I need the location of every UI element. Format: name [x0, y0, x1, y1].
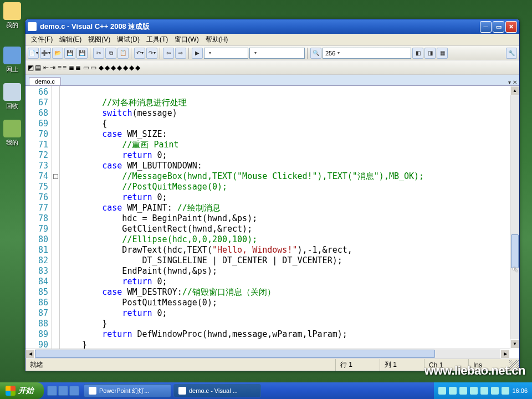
tray-icon[interactable]	[449, 387, 457, 395]
tray-icon[interactable]	[502, 387, 509, 395]
cut-button[interactable]: ✂	[93, 48, 104, 59]
ql-ie-icon[interactable]	[47, 386, 57, 396]
close-button[interactable]: ✕	[505, 21, 517, 33]
start-button[interactable]: 开始	[0, 382, 44, 399]
tab-close-icon[interactable]: ✕	[513, 79, 517, 85]
desktop-label: 我的	[6, 139, 18, 146]
step4-button[interactable]: ◆	[117, 64, 122, 71]
taskbar-powerpoint[interactable]: PowerPoint 幻灯...	[84, 384, 171, 397]
tray-icon[interactable]	[459, 387, 467, 395]
find-combo[interactable]: 256	[323, 48, 411, 59]
save-all-button[interactable]: 💾	[76, 48, 88, 59]
menu-edit[interactable]: 编辑(E)	[56, 34, 85, 45]
step1-button[interactable]: ◆	[99, 64, 104, 71]
fold-toggle-icon[interactable]: -	[53, 174, 58, 179]
menu-help[interactable]: 帮助(H)	[202, 34, 232, 45]
toolbar-text: ◩ ▤ ⇤ ⇥ ≡ ≡ ≣ ≣ ▭ ▭ ◆ ◆ ◆ ◆ ◆ ◆ ◆	[25, 60, 519, 75]
menu-window[interactable]: 窗口(W)	[171, 34, 202, 45]
step2-button[interactable]: ◆	[105, 64, 110, 71]
add-item-button[interactable]: ➕	[40, 48, 51, 59]
open-button[interactable]: 📂	[52, 48, 63, 59]
nav-fwd-button[interactable]: ⇨	[175, 48, 186, 59]
uncomment-button[interactable]: ≣	[75, 64, 81, 71]
desktop-label: 回收	[6, 103, 18, 109]
step6-button[interactable]: ◆	[129, 64, 134, 71]
find-button[interactable]: 🔍	[310, 48, 321, 59]
code-area[interactable]: //对各种消息进行处理 switch(message) { case WM_SI…	[60, 86, 519, 359]
menu-view[interactable]: 视图(V)	[85, 34, 114, 45]
maximize-button[interactable]: ▭	[493, 21, 504, 33]
tray-icon[interactable]	[470, 387, 478, 395]
taskbar: 开始 PowerPoint 幻灯... demo.c - Visual ... …	[0, 382, 532, 399]
platform-combo[interactable]	[249, 48, 305, 59]
status-ready: 就绪	[25, 359, 336, 371]
tray-icon[interactable]	[491, 387, 499, 395]
taskbar-demo[interactable]: demo.c - Visual ...	[173, 384, 261, 397]
copy-button[interactable]: ⧉	[105, 48, 116, 59]
toolbar-main: 📄 ➕ 📂 💾 💾 ✂ ⧉ 📋 ↶ ↷ ⇦ ⇨ ▶ 🔍 256 ◧ ◨ ▦ 🔧	[25, 46, 519, 60]
ext2-button[interactable]: ◨	[424, 48, 436, 59]
start-debug-button[interactable]: ▶	[192, 48, 203, 59]
menu-file[interactable]: 文件(F)	[28, 34, 56, 45]
tab-dropdown-icon[interactable]: ▾	[508, 79, 511, 85]
menu-debug[interactable]: 调试(D)	[114, 34, 143, 45]
object-button[interactable]: ◩	[28, 64, 34, 71]
scroll-up-icon[interactable]: ▲	[510, 86, 519, 95]
ql-app-icon[interactable]	[69, 386, 79, 396]
desktop-label: 网上	[6, 66, 18, 73]
status-col: 列 1	[380, 359, 424, 371]
outdent-button[interactable]: ≡	[58, 64, 62, 71]
menu-tools[interactable]: 工具(T)	[143, 34, 171, 45]
save-button[interactable]: 💾	[64, 48, 75, 59]
config-combo[interactable]	[204, 48, 248, 59]
nav-back-button[interactable]: ⇦	[163, 48, 174, 59]
bookmark-button[interactable]: ▭	[83, 64, 89, 71]
ext3-button[interactable]: ▦	[437, 48, 448, 59]
bm-prev-button[interactable]: ▭	[90, 64, 96, 71]
minimize-button[interactable]: ─	[480, 21, 492, 33]
menubar: 文件(F) 编辑(E) 视图(V) 调试(D) 工具(T) 窗口(W) 帮助(H…	[25, 34, 519, 46]
titlebar[interactable]: demo.c - Visual C++ 2008 速成版 ─ ▭ ✕	[25, 19, 519, 34]
clock: 16:06	[512, 387, 528, 394]
ext1-button[interactable]: ◧	[412, 48, 423, 59]
editor: 66 67 68 69 70 71 72 73 74 75 76 77 78 7…	[25, 86, 519, 359]
redo-button[interactable]: ↷	[146, 48, 157, 59]
tray-icon[interactable]	[438, 387, 446, 395]
app-window: demo.c - Visual C++ 2008 速成版 ─ ▭ ✕ 文件(F)…	[25, 19, 520, 371]
scroll-left-icon[interactable]: ◀	[25, 349, 35, 359]
line-gutter: 66 67 68 69 70 71 72 73 74 75 76 77 78 7…	[25, 86, 52, 359]
scroll-right-icon[interactable]: ▶	[500, 349, 510, 359]
undo-button[interactable]: ↶	[134, 48, 145, 59]
ql-desktop-icon[interactable]	[58, 386, 68, 396]
step3-button[interactable]: ◆	[111, 64, 116, 71]
window-title: demo.c - Visual C++ 2008 速成版	[40, 22, 479, 32]
step7-button[interactable]: ◆	[135, 64, 140, 71]
comment-button[interactable]: ≣	[69, 64, 74, 71]
indent-more-button[interactable]: ⇥	[50, 64, 55, 71]
new-project-button[interactable]: 📄	[28, 48, 39, 59]
indent-button[interactable]: ≡	[63, 64, 66, 71]
scroll-down-icon[interactable]: ▼	[510, 339, 519, 349]
system-tray[interactable]: 16:06	[434, 382, 532, 399]
step5-button[interactable]: ◆	[123, 64, 128, 71]
status-line: 行 1	[336, 359, 380, 371]
hscroll-thumb[interactable]	[35, 350, 435, 358]
toolbox-button[interactable]: 🔧	[506, 48, 517, 59]
vertical-scrollbar[interactable]: ▲ ▼	[510, 86, 519, 349]
vscroll-thumb[interactable]	[511, 234, 519, 269]
app-icon	[28, 22, 37, 31]
horizontal-scrollbar[interactable]: ◀ ▶	[25, 349, 510, 359]
windows-logo-icon	[6, 386, 16, 396]
watermark: www.liebao.net.cn	[424, 364, 525, 378]
indent-less-button[interactable]: ⇤	[43, 64, 49, 71]
tab-demo-c[interactable]: demo.c	[29, 77, 61, 85]
desktop-label: 我的	[6, 22, 18, 28]
document-tabs: demo.c ▾ ✕	[25, 75, 519, 86]
tray-icon[interactable]	[480, 387, 488, 395]
fold-margin: -	[52, 86, 60, 359]
member-button[interactable]: ▤	[35, 64, 41, 71]
paste-button[interactable]: 📋	[117, 48, 129, 59]
